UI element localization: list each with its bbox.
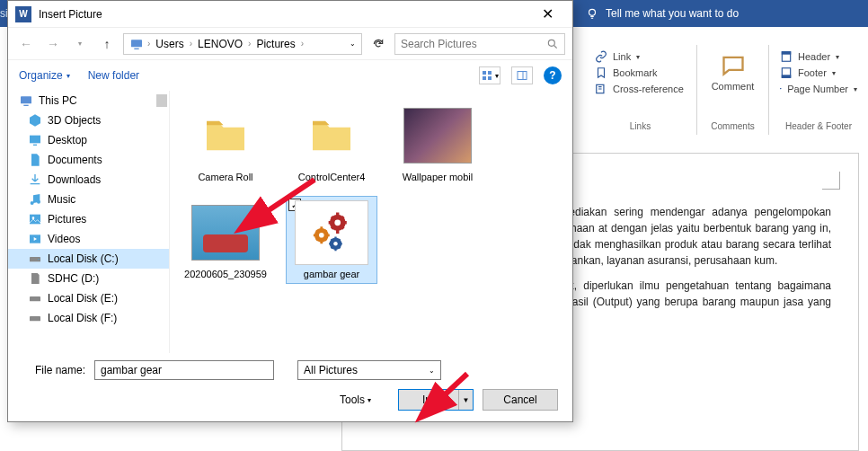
dialog-body: This PC 3D Objects Desktop Documents Dow… (8, 91, 572, 353)
breadcrumb-item[interactable]: Pictures (254, 38, 297, 50)
chevron-right-icon: › (147, 39, 150, 49)
scrollbar-thumb[interactable] (156, 94, 167, 107)
file-item-image[interactable]: Wallpaper mobil (393, 100, 483, 186)
sidebar-item-local-disk-f[interactable]: Local Disk (F:) (8, 308, 169, 328)
file-item-image[interactable]: 20200605_230959 (181, 197, 270, 283)
svg-rect-23 (30, 215, 40, 225)
file-grid[interactable]: Camera Roll ControlCenter4 Wallpaper mob… (170, 91, 572, 353)
nav-recent-button[interactable]: ▾ (69, 33, 91, 55)
refresh-button[interactable] (368, 33, 389, 55)
documents-icon (28, 153, 42, 167)
sidebar-item-local-disk-c[interactable]: Local Disk (C:) (8, 249, 169, 269)
svg-point-35 (333, 242, 337, 245)
dialog-title: Insert Picture (39, 8, 529, 21)
preview-pane-button[interactable] (511, 66, 533, 84)
file-label: gambar gear (304, 269, 359, 279)
file-label: Camera Roll (198, 172, 252, 182)
new-folder-button[interactable]: New folder (88, 69, 139, 82)
view-mode-button[interactable]: ▾ (479, 66, 500, 84)
sidebar-item-this-pc[interactable]: This PC (8, 91, 169, 111)
download-icon (28, 172, 42, 187)
comments-group-label: Comments (704, 121, 761, 131)
sidebar-item-videos[interactable]: Videos (8, 229, 169, 249)
sidebar-item-documents[interactable]: Documents (8, 150, 169, 170)
sidebar-item-downloads[interactable]: Downloads (8, 170, 169, 190)
breadcrumb-item[interactable]: LENOVO (196, 38, 244, 50)
sidebar-item-music[interactable]: Music (8, 190, 169, 209)
svg-rect-28 (30, 296, 40, 301)
help-button[interactable]: ? (544, 66, 562, 84)
this-pc-icon (129, 37, 144, 51)
header-icon (780, 50, 793, 63)
ribbon-groups: Link ▾ Bookmark Cross-reference Links Co… (584, 45, 868, 135)
tell-me-text: Tell me what you want to do (606, 7, 739, 20)
tell-me-box[interactable]: Tell me what you want to do si dan Opera… (575, 0, 868, 27)
sidebar-item-pictures[interactable]: Pictures (8, 209, 169, 229)
svg-point-22 (37, 200, 40, 204)
chevron-right-icon: › (190, 39, 192, 49)
file-item-selected[interactable]: ✓ gambar gear (287, 197, 376, 283)
sidebar-item-3d-objects[interactable]: 3D Objects (8, 111, 169, 130)
dialog-footer: File name: All Pictures ⌄ Tools ▾ Insert… (8, 353, 572, 421)
svg-point-33 (319, 233, 324, 238)
chevron-down-icon: ▾ (636, 53, 640, 61)
nav-back-button[interactable]: ← (15, 33, 37, 55)
filename-input[interactable] (94, 360, 274, 380)
bookmark-button[interactable]: Bookmark (591, 65, 689, 81)
organize-button[interactable]: Organize ▾ (19, 69, 70, 82)
dialog-titlebar[interactable]: W Insert Picture ✕ (8, 1, 572, 28)
cancel-button[interactable]: Cancel (483, 389, 558, 411)
svg-rect-14 (488, 76, 492, 80)
chevron-down-icon: ⌄ (429, 367, 435, 375)
sidebar-item-desktop[interactable]: Desktop (8, 130, 169, 150)
page-number-button[interactable]: # Page Number ▾ (776, 81, 861, 97)
svg-point-31 (334, 219, 341, 226)
svg-rect-11 (483, 71, 486, 75)
chevron-down-icon: ▾ (66, 72, 70, 80)
search-input[interactable] (401, 38, 546, 50)
comment-icon (721, 52, 746, 77)
refresh-icon (372, 38, 385, 50)
link-button[interactable]: Link ▾ (591, 49, 689, 65)
comment-button[interactable]: Comment (704, 49, 761, 95)
ribbon-group-links: Link ▾ Bookmark Cross-reference Links (584, 45, 697, 135)
footer-button[interactable]: Footer ▾ (776, 65, 861, 81)
file-label: ControlCenter4 (298, 172, 366, 182)
svg-text:#: # (781, 88, 782, 89)
nav-up-button[interactable]: ↑ (96, 33, 118, 55)
preview-icon (516, 70, 528, 81)
hf-group-label: Header & Footer (776, 121, 861, 131)
chevron-right-icon: › (301, 39, 304, 49)
link-icon (595, 50, 607, 63)
svg-rect-18 (23, 105, 28, 106)
crop-mark (822, 172, 840, 190)
nav-forward-button[interactable]: → (42, 33, 64, 55)
sidebar-item-local-disk-e[interactable]: Local Disk (E:) (8, 288, 169, 308)
sidebar-item-sdhc-d[interactable]: SDHC (D:) (8, 269, 169, 288)
file-item-folder[interactable]: Camera Roll (181, 100, 270, 186)
svg-rect-12 (488, 71, 492, 75)
breadcrumb[interactable]: › Users › LENOVO › Pictures › ⌄ (123, 33, 362, 55)
chevron-down-icon[interactable]: ⌄ (350, 40, 356, 48)
svg-rect-13 (483, 76, 486, 80)
drive-icon (28, 291, 42, 305)
filename-label: File name: (22, 364, 85, 376)
file-type-filter[interactable]: All Pictures ⌄ (297, 360, 441, 380)
cross-reference-button[interactable]: Cross-reference (591, 81, 689, 97)
cross-ref-icon (595, 83, 607, 95)
breadcrumb-item[interactable]: Users (154, 38, 185, 50)
lightbulb-icon (586, 7, 598, 20)
dialog-toolbar: Organize ▾ New folder ▾ ? (8, 60, 572, 91)
videos-icon (28, 232, 42, 246)
header-button[interactable]: Header ▾ (776, 49, 861, 65)
insert-button[interactable]: Insert ▼ (398, 389, 474, 411)
search-box[interactable] (394, 33, 565, 55)
tools-button[interactable]: Tools ▾ (340, 394, 371, 406)
sidebar: This PC 3D Objects Desktop Documents Dow… (8, 91, 170, 353)
close-button[interactable]: ✕ (529, 2, 565, 27)
ribbon-group-comments: Comment Comments (697, 45, 769, 135)
insert-split-chevron[interactable]: ▼ (458, 390, 473, 410)
file-item-folder[interactable]: ControlCenter4 (287, 100, 376, 186)
folder-icon (194, 111, 257, 161)
pictures-icon (28, 212, 42, 226)
